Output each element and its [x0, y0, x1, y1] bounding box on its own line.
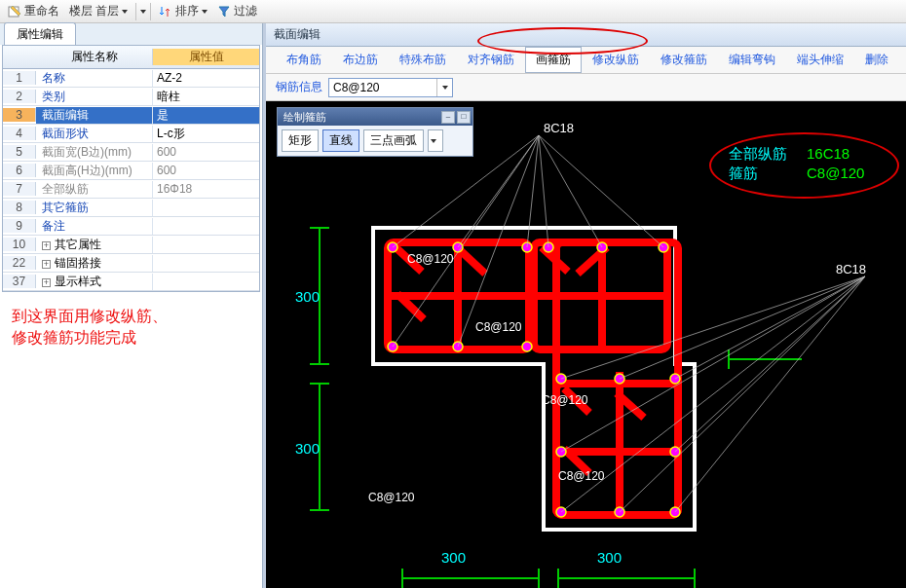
row-index: 9 — [3, 219, 36, 233]
row-value[interactable]: 16Φ18 — [153, 182, 259, 196]
stirrup-label-4: C8@120 — [558, 469, 605, 483]
panel-maximize-icon[interactable]: □ — [457, 111, 471, 124]
stirrup-label-1: C8@120 — [407, 252, 454, 266]
row-index: 7 — [3, 182, 36, 196]
property-row[interactable]: 5截面宽(B边)(mm)600 — [3, 143, 259, 162]
draw-mode-btn[interactable]: 矩形 — [282, 129, 319, 152]
rebar-info-combo[interactable] — [328, 78, 453, 97]
row-index: 2 — [3, 90, 36, 103]
toolbar-separator — [150, 3, 151, 20]
sort-icon — [159, 5, 172, 18]
row-index: 10 — [3, 238, 36, 251]
rename-btn[interactable]: 重命名 — [4, 1, 63, 21]
property-row[interactable]: 1名称AZ-2 — [3, 69, 259, 88]
expand-icon[interactable]: + — [42, 278, 51, 287]
svg-line-46 — [620, 276, 865, 512]
floor-label: 楼层 — [69, 3, 93, 19]
panel-minimize-icon[interactable]: – — [441, 111, 455, 124]
rebar-info-label: 钢筋信息 — [276, 79, 322, 95]
stirrup-label-2: C8@120 — [475, 320, 522, 334]
property-row[interactable]: 10+其它属性 — [3, 236, 259, 254]
floor-value: 首层 — [95, 3, 119, 19]
draw-panel-body: 矩形直线三点画弧 — [278, 126, 472, 156]
draw-stirrup-panel: 绘制箍筋 – □ 矩形直线三点画弧 — [277, 107, 473, 157]
svg-line-44 — [675, 276, 865, 452]
bar-group-right-label: 8C18 — [836, 262, 866, 276]
property-row[interactable]: 7全部纵筋16Φ18 — [3, 180, 259, 199]
property-grid: 属性名称 属性值 1名称AZ-22类别暗柱3截面编辑是4截面形状L-c形5截面宽… — [2, 45, 260, 292]
annotation-ellipse-legend — [709, 132, 899, 199]
section-tab[interactable]: 端头伸缩 — [786, 47, 854, 73]
annotation-hint: 到这界面用修改纵筋、修改箍筋功能完成 — [0, 292, 262, 362]
svg-line-47 — [561, 276, 865, 512]
draw-mode-btn[interactable]: 三点画弧 — [363, 129, 424, 152]
row-name: 其它箍筋 — [36, 200, 153, 216]
row-index: 37 — [3, 275, 36, 288]
draw-panel-header[interactable]: 绘制箍筋 – □ — [278, 108, 472, 126]
stirrup-label-5: C8@120 — [368, 491, 415, 504]
section-tab[interactable]: 编辑弯钩 — [718, 47, 786, 73]
property-row[interactable]: 8其它箍筋 — [3, 199, 259, 217]
chevron-down-icon[interactable] — [436, 79, 452, 96]
row-value[interactable]: 暗柱 — [153, 89, 259, 105]
row-index: 4 — [3, 127, 36, 140]
sort-btn[interactable]: 排序 — [155, 1, 211, 21]
filter-label: 过滤 — [234, 3, 257, 19]
expand-icon[interactable]: + — [42, 260, 51, 269]
annotation-ellipse-tabs — [477, 27, 648, 55]
row-value[interactable]: L-c形 — [153, 126, 259, 142]
section-canvas[interactable]: 8C18 8C18 C8@120 C8@120 C8@120 C8@120 C8… — [266, 101, 906, 588]
svg-line-48 — [561, 276, 865, 452]
bar-group-top-label: 8C18 — [544, 121, 574, 135]
section-tab[interactable]: 布边筋 — [332, 47, 389, 73]
property-tabbar: 属性编辑 — [0, 23, 262, 45]
main-toolbar: 重命名 楼层 首层 排序 过滤 — [0, 0, 906, 23]
row-name: 名称 — [36, 70, 153, 87]
svg-point-26 — [522, 342, 532, 351]
rename-icon — [8, 5, 21, 18]
rebar-info-input[interactable] — [329, 79, 436, 96]
property-pane: 属性编辑 属性名称 属性值 1名称AZ-22类别暗柱3截面编辑是4截面形状L-c… — [0, 23, 263, 588]
property-row[interactable]: 6截面高(H边)(mm)600 — [3, 162, 259, 180]
property-row[interactable]: 37+显示样式 — [3, 273, 259, 291]
property-row[interactable]: 3截面编辑是 — [3, 106, 259, 125]
row-name: +显示样式 — [36, 274, 153, 290]
row-name: 全部纵筋 — [36, 181, 153, 198]
filter-icon — [217, 5, 231, 18]
svg-line-38 — [539, 135, 548, 247]
row-name: +锚固搭接 — [36, 255, 153, 272]
section-tab[interactable]: 布角筋 — [276, 47, 332, 73]
row-value[interactable]: 是 — [153, 107, 259, 124]
chevron-down-icon[interactable] — [140, 10, 146, 14]
row-value[interactable]: AZ-2 — [153, 71, 259, 85]
property-row[interactable]: 9备注 — [3, 217, 259, 236]
row-name: 截面编辑 — [36, 107, 153, 124]
chevron-down-icon[interactable] — [428, 129, 443, 152]
row-name: 截面宽(B边)(mm) — [36, 144, 153, 161]
row-name: 截面形状 — [36, 126, 153, 142]
row-index: 8 — [3, 201, 36, 214]
chevron-down-icon — [122, 10, 128, 14]
stirrup-label-3: C8@120 — [542, 393, 588, 407]
section-tab[interactable]: 修改箍筋 — [650, 47, 718, 73]
filter-btn[interactable]: 过滤 — [213, 1, 261, 21]
svg-line-40 — [539, 135, 663, 247]
section-tab[interactable]: 特殊布筋 — [389, 47, 457, 73]
property-row[interactable]: 22+锚固搭接 — [3, 254, 259, 273]
expand-icon[interactable]: + — [42, 241, 51, 250]
row-value[interactable]: 600 — [153, 145, 259, 159]
svg-line-50 — [620, 276, 865, 379]
property-tab[interactable]: 属性编辑 — [4, 22, 76, 45]
draw-mode-btn[interactable]: 直线 — [322, 129, 359, 152]
row-index: 3 — [3, 108, 36, 122]
row-name: +其它属性 — [36, 237, 153, 253]
row-value[interactable]: 600 — [153, 164, 259, 177]
rebar-info-row: 钢筋信息 — [266, 74, 906, 101]
property-row[interactable]: 4截面形状L-c形 — [3, 125, 259, 143]
property-row[interactable]: 2类别暗柱 — [3, 88, 259, 106]
row-name: 截面高(H边)(mm) — [36, 163, 153, 179]
floor-selector[interactable]: 楼层 首层 — [65, 1, 132, 21]
section-tab[interactable]: 删除 — [854, 47, 899, 73]
svg-line-39 — [539, 135, 602, 247]
toolbar-separator — [135, 3, 136, 20]
